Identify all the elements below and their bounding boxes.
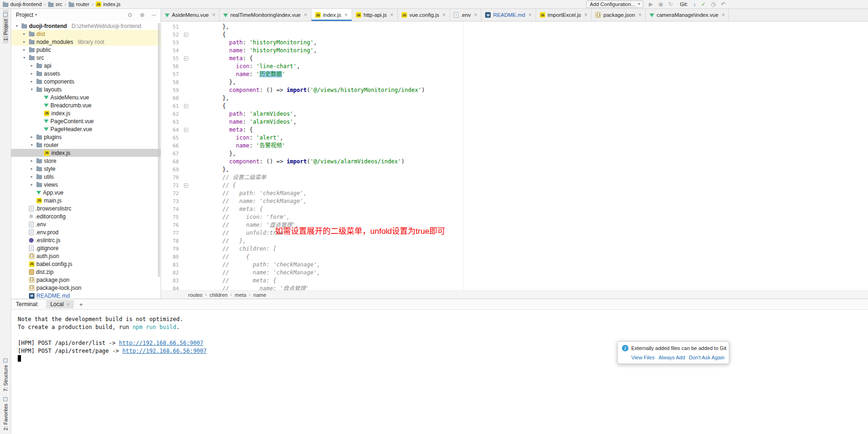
line-number[interactable]: 67 [161,150,181,158]
tree-row[interactable]: .eslintrc.js [11,236,161,244]
new-terminal-button[interactable]: + [79,301,83,308]
tree-row[interactable]: ▾router [11,141,161,149]
close-icon[interactable]: × [345,12,348,18]
chevron-right-icon[interactable]: ▸ [29,64,35,68]
chevron-down-icon[interactable]: ▾ [35,13,37,17]
line-number[interactable]: 79 [161,245,181,253]
chevron-right-icon[interactable]: ▸ [21,48,27,52]
line-number[interactable]: 66 [161,142,181,150]
tree-row[interactable]: ▸style [11,165,161,173]
line-number[interactable]: 80 [161,253,181,261]
git-update-icon[interactable]: ↓ [693,1,696,7]
git-revert-icon[interactable]: ↶ [721,1,726,7]
editor-tab[interactable]: cameraManage\index.vue× [646,9,729,21]
tree-row[interactable]: ⊛.editorconfig [11,212,161,220]
tree-row[interactable]: ▾layouts [11,85,161,93]
editor-tab[interactable]: AsideMenu.vue× [161,9,219,21]
fold-collapse-icon[interactable]: − [184,104,188,108]
line-number[interactable]: 75 [161,213,181,221]
breadcrumb-segment[interactable]: router [69,1,90,7]
notification-action[interactable]: Don't Ask Again [689,355,725,360]
line-number[interactable]: 78 [161,237,181,245]
chevron-right-icon[interactable]: ▸ [29,159,35,163]
tool-stripe-button[interactable]: 2: Favorites [3,394,8,433]
project-panel-title[interactable]: Project [16,12,33,18]
close-icon[interactable]: × [638,12,642,18]
editor-tab[interactable]: JShttp-api.js× [352,9,398,21]
tree-row[interactable]: {}package.json [11,276,161,284]
tree-row[interactable]: .env [11,220,161,228]
close-icon[interactable]: × [390,12,394,18]
tree-row[interactable]: dist.zip [11,268,161,276]
hide-panel-icon[interactable]: ─ [152,12,156,18]
notification-action[interactable]: View Files [631,355,655,360]
fold-collapse-icon[interactable]: − [184,128,188,132]
tree-row[interactable]: ▸public [11,46,161,54]
add-configuration-button[interactable]: Add Configuration... ▾ [586,0,643,8]
breadcrumb-segment[interactable]: duoji-frontend [3,1,42,7]
tree-row[interactable]: ▸plugins [11,133,161,141]
line-number[interactable]: 57 [161,70,181,78]
breadcrumb-item[interactable]: name [254,292,267,298]
line-number[interactable]: 72 [161,189,181,197]
chevron-right-icon[interactable]: ▸ [29,80,35,84]
tree-row[interactable]: PageContent.vue [11,117,161,125]
line-number[interactable]: 71 [161,182,181,189]
terminal-link[interactable]: http://192.168.66.56:9007 [122,348,207,354]
editor-tab[interactable]: {}package.json× [592,9,646,21]
close-icon[interactable]: × [529,12,532,18]
line-number[interactable]: 81 [161,261,181,269]
tree-row[interactable]: JSindex.js [11,149,161,157]
breadcrumb-segment[interactable]: src [48,1,63,7]
line-number[interactable]: 52 [161,31,181,39]
line-number[interactable]: 55 [161,55,181,63]
tree-row[interactable]: ▸store [11,157,161,165]
tree-row[interactable]: JSindex.js [11,109,161,117]
line-number[interactable]: 51 [161,23,181,31]
git-history-icon[interactable]: ◷ [711,1,715,7]
fold-collapse-icon[interactable]: − [184,56,188,61]
gear-icon[interactable]: ⊛ [140,12,144,18]
line-number[interactable]: 74 [161,205,181,213]
editor-tab[interactable]: JSimportExcel.js× [536,9,592,21]
git-commit-icon[interactable]: ✓ [701,1,706,7]
editor-tab[interactable]: MREADME.md× [481,9,536,21]
profiler-icon[interactable]: ↻ [668,1,673,7]
line-number[interactable]: 61 [161,102,181,110]
breadcrumb-segment[interactable]: JSindex.js [96,1,120,7]
tree-row[interactable]: ▾duoji-frontendD:\zheheWeb\duoji-fronten… [11,22,161,30]
editor-tab[interactable]: JSindex.js× [311,9,352,21]
close-icon[interactable]: × [584,12,587,18]
line-number[interactable]: 56 [161,63,181,70]
close-icon[interactable]: × [66,302,69,307]
editor-tab[interactable]: realTimeMonitoring\index.vue× [219,9,311,21]
line-number[interactable]: 76 [161,221,181,229]
tree-row[interactable]: ▸views [11,181,161,189]
chevron-right-icon[interactable]: ▸ [29,72,35,76]
tree-row[interactable]: Breadcrumb.vue [11,101,161,109]
chevron-right-icon[interactable]: ▸ [29,167,35,171]
debug-icon[interactable]: ◉ [658,1,663,7]
chevron-down-icon[interactable]: ▾ [29,143,35,147]
close-icon[interactable]: × [443,12,446,18]
chevron-down-icon[interactable]: ▾ [14,24,20,28]
line-number[interactable]: 58 [161,78,181,86]
editor-tab[interactable]: JSvue.config.js× [398,9,450,21]
code-area[interactable]: 51 },52− {53 path: 'historyMonitoring',5… [161,21,868,290]
terminal-output[interactable]: Note that the development build is not o… [11,310,868,434]
editor-tab[interactable]: .env× [450,9,482,21]
breadcrumb-item[interactable]: meta [235,292,246,298]
breadcrumb-item[interactable]: children [210,292,228,298]
line-number[interactable]: 70 [161,174,181,182]
tree-row[interactable]: JSbabel.config.js [11,260,161,268]
tree-row[interactable]: .env.prod [11,228,161,236]
tree-row[interactable]: {}package-lock.json [11,284,161,292]
close-icon[interactable]: × [474,12,477,18]
tree-row[interactable]: App.vue [11,189,161,196]
tree-row[interactable]: ▸assets [11,70,161,77]
close-icon[interactable]: × [721,12,725,18]
chevron-right-icon[interactable]: ▸ [21,32,27,36]
line-number[interactable]: 53 [161,39,181,47]
tree-row[interactable]: ▸node_moduleslibrary root [11,38,161,46]
chevron-right-icon[interactable]: ▸ [29,175,35,179]
